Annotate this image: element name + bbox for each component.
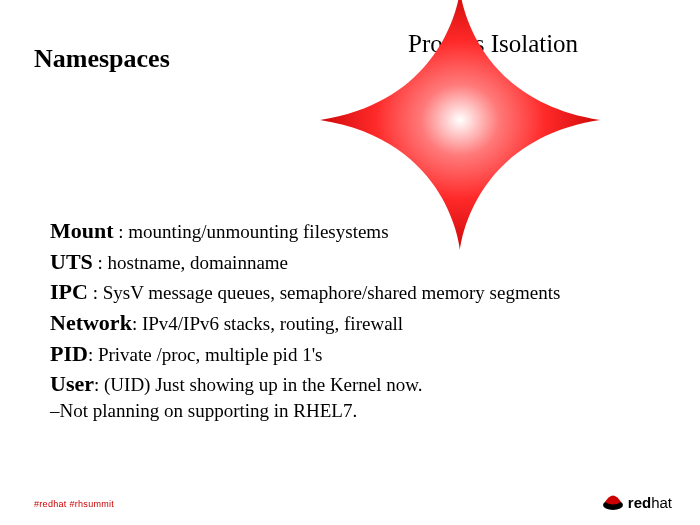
term: IPC	[50, 279, 88, 304]
list-item: IPC : SysV message queues, semaphore/sha…	[50, 277, 670, 307]
brand-text-bold: red	[628, 494, 651, 511]
list-note: –Not planning on supporting in RHEL7.	[50, 400, 670, 422]
sep: :	[88, 344, 98, 365]
brand-text: redhat	[628, 494, 672, 511]
slide-title-right: Process Isolation	[408, 30, 578, 58]
term: Mount	[50, 218, 114, 243]
list-item: Mount : mounting/unmounting filesystems	[50, 216, 670, 246]
desc: mounting/unmounting filesystems	[128, 221, 388, 242]
sep: :	[114, 221, 129, 242]
term: PID	[50, 341, 88, 366]
footer-hashtags: #redhat #rhsummit	[34, 499, 114, 509]
sep: :	[132, 313, 142, 334]
desc: (UID) Just showing up in the Kernel now.	[104, 374, 423, 395]
namespace-list: Mount : mounting/unmounting filesystems …	[50, 216, 670, 422]
footer: #redhat #rhsummit redhat	[0, 489, 700, 509]
list-item: User: (UID) Just showing up in the Kerne…	[50, 369, 670, 399]
desc: Private /proc, multiple pid 1's	[98, 344, 323, 365]
desc: SysV message queues, semaphore/shared me…	[103, 282, 561, 303]
brand-text-rest: hat	[651, 494, 672, 511]
desc: hostname, domainname	[108, 252, 288, 273]
redhat-icon	[602, 493, 624, 511]
list-item: PID: Private /proc, multiple pid 1's	[50, 339, 670, 369]
list-item: UTS : hostname, domainname	[50, 247, 670, 277]
brand-logo: redhat	[602, 493, 672, 511]
term: UTS	[50, 249, 93, 274]
list-item: Network: IPv4/IPv6 stacks, routing, fire…	[50, 308, 670, 338]
term: Network	[50, 310, 132, 335]
sep: :	[94, 374, 104, 395]
slide-title-left: Namespaces	[34, 44, 170, 74]
term: User	[50, 371, 94, 396]
sep: :	[93, 252, 108, 273]
sep: :	[88, 282, 103, 303]
desc: IPv4/IPv6 stacks, routing, firewall	[142, 313, 403, 334]
slide: Namespaces Process Isolation Mount : mou…	[0, 0, 700, 525]
